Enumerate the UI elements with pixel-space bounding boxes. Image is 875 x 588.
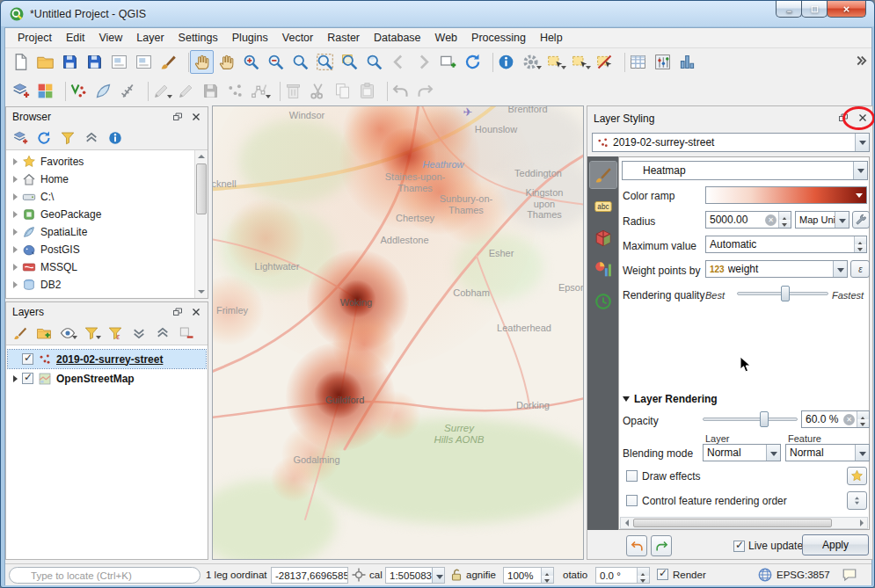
layer-item-surrey-street[interactable]: 2019-02-surrey-street (8, 350, 206, 368)
radius-units-select[interactable]: Map Units (795, 211, 849, 229)
minimize-button[interactable] (776, 1, 802, 18)
styling-layer-select[interactable]: 2019-02-surrey-street (592, 133, 870, 152)
toolbar-button[interactable] (273, 79, 281, 103)
zoom-to-selection[interactable] (338, 50, 361, 74)
opacity-slider[interactable] (703, 410, 798, 428)
menu-item[interactable]: Help (533, 29, 570, 47)
zoom-full[interactable] (313, 50, 337, 74)
menu-item[interactable]: Raster (320, 29, 367, 47)
messages-icon[interactable] (841, 567, 858, 583)
extents-tracking-icon[interactable] (351, 567, 367, 583)
scale-select[interactable]: 1:505083 (385, 567, 445, 584)
open-attribute-table[interactable] (626, 50, 650, 74)
redo-style-button[interactable] (651, 535, 672, 556)
add-group[interactable] (33, 323, 55, 344)
browser-item-db2[interactable]: DB2 (6, 276, 208, 294)
save-layer-edits[interactable] (199, 79, 222, 103)
redo[interactable] (413, 79, 437, 103)
toggle-editing[interactable] (174, 79, 198, 103)
zoom-native[interactable] (288, 50, 312, 74)
browser-item-c-drive[interactable]: C:\ (6, 188, 208, 206)
menu-item[interactable]: Edit (59, 29, 92, 47)
pan-map[interactable] (190, 50, 214, 74)
feature-blend-mode-select[interactable]: Normal (785, 444, 870, 461)
zoom-to-layer[interactable] (362, 50, 386, 74)
magnifier-input[interactable]: 100% (503, 567, 554, 584)
float-panel-icon[interactable] (170, 305, 186, 319)
data-source-manager[interactable] (9, 79, 33, 103)
browser-item-home[interactable]: Home (6, 171, 208, 188)
expand-arrow-icon[interactable] (13, 281, 18, 288)
apply-button[interactable]: Apply (802, 534, 869, 555)
browser-collapse-all[interactable] (81, 127, 102, 149)
close-button[interactable] (827, 1, 866, 18)
tab-diagrams[interactable] (590, 257, 616, 283)
cut-features[interactable] (306, 79, 330, 103)
menu-item[interactable]: Settings (171, 29, 225, 47)
scroll-right-icon[interactable] (856, 518, 867, 528)
live-update-checkbox[interactable] (733, 541, 745, 552)
scroll-left-icon[interactable] (621, 518, 632, 528)
paste-features[interactable] (355, 79, 379, 103)
new-print-layout[interactable] (107, 50, 131, 74)
statistical-summary[interactable] (675, 50, 699, 74)
save-project[interactable] (58, 50, 82, 74)
spin-buttons[interactable] (778, 212, 791, 228)
coordinate-input[interactable]: -28137,6696585 (271, 567, 348, 584)
units-settings-button[interactable] (852, 211, 870, 229)
draw-effects-checkbox[interactable] (626, 470, 638, 482)
expand-arrow-icon[interactable] (13, 158, 18, 165)
expression-button[interactable] (850, 260, 870, 278)
zoom-in[interactable] (239, 50, 263, 74)
browser-properties-widget[interactable] (105, 127, 126, 149)
quality-slider[interactable] (737, 285, 828, 302)
toolbar-button[interactable] (617, 50, 625, 74)
select-by-expression[interactable] (568, 50, 592, 74)
expand-arrow-icon[interactable] (13, 193, 18, 200)
toolbar-button[interactable] (485, 50, 493, 74)
effects-options-button[interactable] (847, 467, 867, 485)
menu-item[interactable]: Project (11, 29, 59, 47)
expand-arrow-icon[interactable] (13, 246, 18, 253)
browser-add-layers[interactable] (10, 127, 31, 149)
remove-layer-group[interactable] (176, 323, 197, 344)
lock-scale-icon[interactable] (448, 567, 464, 583)
scroll-up-icon[interactable] (195, 150, 208, 163)
opacity-input[interactable]: 60.0 % (801, 410, 870, 428)
toolbar-button[interactable] (380, 79, 388, 103)
run-feature-action[interactable] (519, 50, 543, 74)
vertex-tool[interactable] (248, 79, 272, 103)
spin-buttons[interactable] (541, 568, 553, 583)
tab-symbology[interactable] (590, 162, 616, 188)
menu-item[interactable]: View (91, 29, 129, 47)
slider-handle[interactable] (760, 411, 769, 427)
expand-all[interactable] (128, 323, 149, 344)
field-calculator[interactable] (651, 50, 674, 74)
layer-visibility-checkbox[interactable] (22, 353, 33, 365)
refresh-map[interactable] (461, 50, 485, 74)
undo-style-button[interactable] (626, 535, 647, 556)
menu-item[interactable]: Web (428, 29, 464, 47)
menu-item[interactable]: Vector (275, 29, 320, 47)
menu-item[interactable]: Processing (464, 29, 533, 47)
toolbar-overflow-chevron[interactable] (853, 53, 871, 70)
browser-item-favorites[interactable]: Favorites (6, 153, 208, 171)
color-ramp-select[interactable] (705, 186, 867, 204)
layer-visibility-checkbox[interactable] (22, 373, 33, 384)
new-project[interactable] (9, 50, 33, 74)
menu-item[interactable]: Layer (129, 29, 171, 47)
crs-status[interactable]: EPSG:3857 (777, 570, 830, 580)
expand-arrow-icon[interactable] (13, 264, 18, 271)
toolbar-button[interactable] (181, 50, 189, 74)
locate-input[interactable] (9, 567, 201, 584)
scroll-down-icon[interactable] (195, 286, 208, 298)
maximize-button[interactable] (801, 1, 828, 18)
open-project[interactable] (33, 50, 57, 74)
tab-3d-view[interactable] (590, 225, 616, 251)
zoom-out[interactable] (264, 50, 288, 74)
current-edits[interactable] (149, 79, 173, 103)
scrollbar-thumb[interactable] (196, 163, 207, 214)
layer-rendering-header[interactable]: Layer Rendering (623, 393, 718, 405)
maximum-value-input[interactable]: Automatic (705, 236, 867, 253)
slider-handle[interactable] (781, 286, 790, 301)
